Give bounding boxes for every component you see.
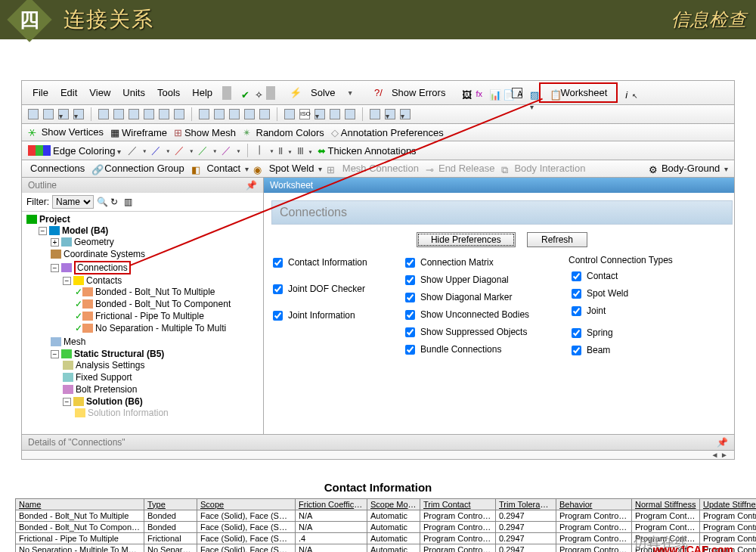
- tree-toggle[interactable]: −: [63, 398, 71, 406]
- tree-coord[interactable]: Coordinate Systems: [64, 249, 145, 259]
- select-icon[interactable]: [28, 109, 39, 119]
- tree-connections[interactable]: Connections: [74, 261, 131, 274]
- tree-geometry[interactable]: Geometry: [74, 237, 114, 247]
- iso-icon[interactable]: ISO: [299, 109, 310, 119]
- cb-type-contact[interactable]: Contact: [569, 268, 673, 284]
- tree-toggle[interactable]: −: [63, 277, 71, 285]
- shade-icon[interactable]: [385, 109, 395, 119]
- edge-style-0[interactable]: ／: [128, 144, 147, 157]
- menu-edit[interactable]: Edit: [56, 85, 82, 100]
- tree-analysis[interactable]: Analysis Settings: [76, 360, 144, 371]
- check-icon[interactable]: ✔: [237, 88, 247, 98]
- edge-style-4[interactable]: ／: [222, 144, 240, 157]
- cb-conn-matrix[interactable]: Connection Matrix: [402, 255, 561, 271]
- refresh-button[interactable]: Refresh: [527, 232, 587, 247]
- node-icon[interactable]: [159, 109, 169, 119]
- filter-clear-icon[interactable]: 🔍: [97, 197, 107, 207]
- worksheet-button[interactable]: 📋 Worksheet: [539, 82, 618, 103]
- rotate-icon[interactable]: [199, 109, 209, 119]
- wireframe-button[interactable]: ▦Wireframe: [110, 127, 169, 138]
- tree-mesh[interactable]: Mesh: [64, 336, 85, 347]
- pan-icon[interactable]: [214, 109, 225, 119]
- cb-type-beam[interactable]: Beam: [569, 343, 673, 358]
- tree-c2[interactable]: Bonded - Bolt_Nut To Component: [95, 299, 231, 309]
- menu-tools[interactable]: Tools: [153, 85, 184, 100]
- wireframe-toggle-icon[interactable]: [370, 109, 380, 119]
- th-name[interactable]: Name: [16, 498, 144, 510]
- tree-c4[interactable]: No Separation - Multiple To Multi: [95, 323, 226, 333]
- connection-group-button[interactable]: 🔗Connection Group: [91, 163, 187, 175]
- face-icon[interactable]: [129, 109, 139, 119]
- info-cursor-icon[interactable]: i↖: [621, 88, 631, 98]
- tree-solinfo[interactable]: Solution Information: [88, 408, 169, 418]
- menu-view[interactable]: View: [85, 85, 115, 100]
- th-trim[interactable]: Trim Contact: [420, 498, 496, 510]
- annotation-prefs-button[interactable]: ◇Annotation Preferences: [331, 127, 446, 138]
- thicken-button[interactable]: ⬌Thicken Annotations: [318, 145, 419, 157]
- edge-coloring-button[interactable]: Edge Coloring: [28, 145, 123, 157]
- tree-c3[interactable]: Frictional - Pipe To Multiple: [95, 311, 204, 321]
- details-pin-icon[interactable]: 📌: [717, 437, 728, 448]
- menu-file[interactable]: File: [28, 85, 53, 100]
- spot-weld-button[interactable]: ◉ Spot Weld: [253, 163, 322, 175]
- random-colors-button[interactable]: ✴ Random Colors: [243, 127, 327, 138]
- chart-icon[interactable]: 📊: [485, 88, 495, 98]
- filter-select[interactable]: Name: [52, 195, 94, 209]
- fx-icon[interactable]: fx: [471, 88, 482, 98]
- th-scope[interactable]: Scope: [197, 498, 296, 510]
- doc-icon[interactable]: 📄: [498, 88, 509, 98]
- sparkle-icon[interactable]: ✧: [250, 88, 261, 98]
- scroll-arrows[interactable]: ◄ ►: [711, 451, 728, 459]
- th-type[interactable]: Type: [144, 498, 197, 510]
- cb-diag-marker[interactable]: Show Diagonal Marker: [402, 290, 561, 305]
- th-friction[interactable]: Friction Coefficient: [296, 498, 367, 510]
- tree-c1[interactable]: Bonded - Bolt_Nut To Multiple: [95, 287, 215, 297]
- tree-bolt[interactable]: Bolt Pretension: [76, 384, 137, 395]
- box-select-icon[interactable]: [43, 109, 54, 119]
- hide-preferences-button[interactable]: Hide Preferences: [417, 232, 516, 247]
- tree-fixed[interactable]: Fixed Support: [76, 372, 132, 383]
- tree-toggle[interactable]: −: [51, 350, 59, 358]
- filter-expand-icon[interactable]: ▥: [124, 197, 135, 207]
- body-icon[interactable]: [144, 109, 154, 119]
- tree-contacts[interactable]: Contacts: [86, 275, 122, 286]
- tree-toggle[interactable]: +: [51, 238, 59, 247]
- edge-style-2[interactable]: ／: [175, 144, 194, 157]
- look-icon[interactable]: [284, 109, 295, 119]
- filter-refresh-icon[interactable]: ↻: [110, 197, 121, 207]
- th-update[interactable]: Update Stiffness: [700, 498, 757, 510]
- palette-icon[interactable]: ▨: [525, 88, 536, 98]
- tree-model[interactable]: Model (B4): [62, 225, 108, 236]
- solve-button[interactable]: ⚡Solve ▾: [280, 85, 362, 100]
- vertex-icon[interactable]: [98, 109, 109, 119]
- line-thick-1[interactable]: 丨: [255, 144, 274, 157]
- section-icon[interactable]: [400, 109, 411, 119]
- menu-units[interactable]: Units: [118, 85, 150, 100]
- cb-bundle[interactable]: Bundle Connections: [402, 342, 561, 358]
- line-thick-2[interactable]: Ⅱ: [278, 145, 292, 157]
- cursor-mode-icon[interactable]: [73, 109, 84, 119]
- cb-type-spring[interactable]: Spring: [569, 325, 673, 341]
- tree-project[interactable]: Project: [39, 214, 70, 225]
- show-vertices-button[interactable]: ⚹ Show Vertices: [28, 126, 106, 138]
- line-thick-3[interactable]: Ⅲ: [297, 145, 313, 157]
- image-icon[interactable]: 🖼: [457, 88, 468, 98]
- cb-upper-diag[interactable]: Show Upper Diagonal: [402, 272, 561, 288]
- contact-button[interactable]: ◧ Contact: [191, 163, 249, 175]
- th-behavior[interactable]: Behavior: [556, 498, 632, 510]
- menu-help[interactable]: Help: [187, 85, 217, 100]
- show-errors-button[interactable]: ?/Show Errors: [365, 85, 454, 100]
- cb-contact-info[interactable]: Contact Information: [270, 255, 395, 271]
- zoom-icon[interactable]: [229, 109, 240, 119]
- body-ground-button[interactable]: ⚙Body-Ground: [649, 163, 728, 175]
- prev-view-icon[interactable]: [330, 109, 340, 119]
- cb-unconn[interactable]: Show Unconnected Bodies: [402, 307, 561, 323]
- cb-type-spot[interactable]: Spot Weld: [569, 286, 673, 302]
- table-row[interactable]: Bonded - Bolt_Nut To MultipleBondedFace …: [16, 510, 757, 521]
- th-normal[interactable]: Normal Stiffness: [632, 498, 700, 510]
- tree-toggle[interactable]: −: [39, 227, 47, 235]
- table-row[interactable]: Bonded - Bolt_Nut To Component3BondedFac…: [16, 521, 757, 532]
- show-mesh-button[interactable]: ⊞Show Mesh: [174, 127, 238, 138]
- edge-style-3[interactable]: ／: [198, 144, 217, 157]
- zoom-box-icon[interactable]: [244, 109, 255, 119]
